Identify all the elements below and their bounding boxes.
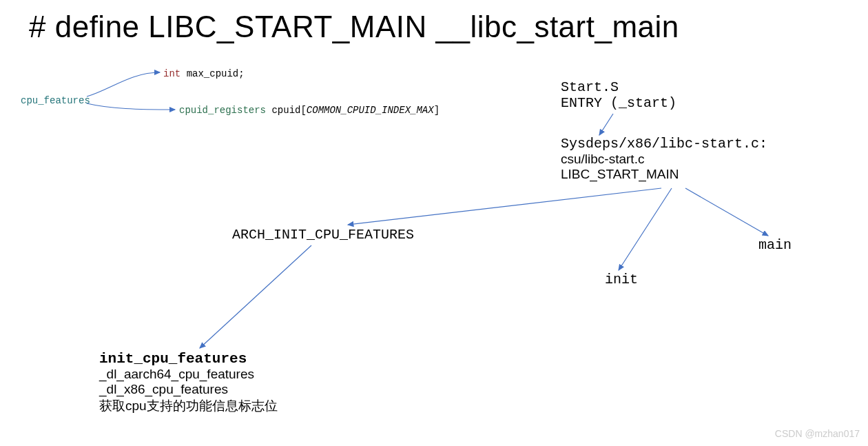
struct-name: cpuid_registers	[179, 105, 266, 116]
arch-init-cpu-features: ARCH_INIT_CPU_FEATURES	[232, 227, 414, 243]
arrow-arch-to-initcpu	[200, 245, 311, 348]
cpuid-registers-decl: cpuid_registers cpuid[COMMON_CPUID_INDEX…	[179, 105, 440, 116]
cpu-flags-desc-line: 获取cpu支持的功能信息标志位	[99, 397, 278, 415]
arrow-cpu-to-maxcpuid	[87, 72, 160, 97]
start-s-line: Start.S	[561, 79, 676, 95]
init-label: init	[605, 272, 638, 287]
arrow-libc-to-arch	[348, 188, 661, 225]
start-block: Start.S ENTRY (_start)	[561, 79, 676, 111]
max-cpuid-decl: int max_cpuid;	[163, 68, 245, 79]
entry-start-line: ENTRY (_start)	[561, 95, 676, 111]
arrow-libc-to-init	[619, 188, 672, 270]
dl-x86-line: _dl_x86_cpu_features	[99, 382, 278, 397]
cpu-features-root: cpu_features	[21, 95, 90, 106]
init-cpu-features-title: init_cpu_features	[99, 351, 278, 367]
init-cpu-features-block: init_cpu_features _dl_aarch64_cpu_featur…	[99, 351, 278, 415]
arrow-entry-to-sysdeps	[599, 114, 613, 135]
watermark: CSDN @mzhan017	[775, 428, 860, 439]
dl-aarch64-line: _dl_aarch64_cpu_features	[99, 367, 278, 382]
diagram-title: # define LIBC_START_MAIN __libc_start_ma…	[29, 10, 679, 44]
csu-path: csu/libc-start.c	[561, 152, 767, 167]
int-keyword: int	[163, 68, 180, 79]
main-label: main	[758, 237, 792, 253]
sysdeps-path: Sysdeps/x86/libc-start.c:	[561, 136, 767, 152]
sysdeps-block: Sysdeps/x86/libc-start.c: csu/libc-start…	[561, 136, 767, 182]
arrow-libc-to-main	[685, 188, 768, 236]
arrow-cpu-to-registers	[87, 103, 175, 110]
libc-start-main-label: LIBC_START_MAIN	[561, 167, 767, 182]
